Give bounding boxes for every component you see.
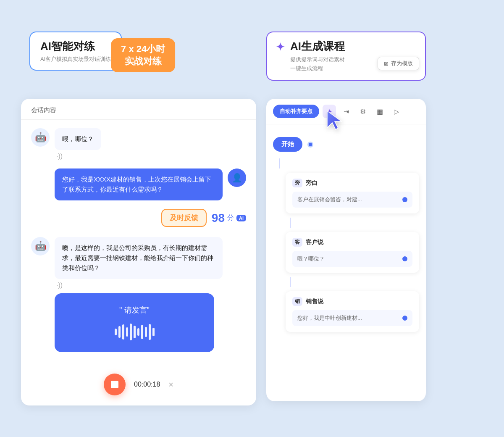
- ai-title-card: AI智能对练 AI客户模拟真实场景对话训练: [29, 32, 122, 71]
- wave-bar: [115, 329, 117, 335]
- start-label: 开始: [273, 137, 302, 152]
- wave-bar: [134, 326, 136, 338]
- flow-card-header3: 销 销售说: [292, 297, 412, 306]
- start-dot: [307, 142, 313, 147]
- connector-line2: [290, 218, 291, 228]
- right-panel: ✦ AI生成课程 提供提示词与对话素材一键生成流程 自动补齐要点 ✦ ⇥ ⚙ ▦…: [266, 32, 426, 401]
- flow-card-content3: 您好，我是中叶创新建材...: [292, 310, 412, 326]
- auto-fill-button[interactable]: 自动补齐要点: [273, 105, 319, 118]
- wave-bar: [130, 324, 132, 340]
- flow-content: 开始 旁 旁白 客户在展销会留咨，对建...: [266, 129, 426, 345]
- left-panel: AI智能对练 AI客户模拟真实场景对话训练 7 x 24小时实战对练 会话内容 …: [21, 32, 256, 405]
- connector-line3: [290, 277, 291, 287]
- wave-bar: [137, 328, 139, 336]
- play-button[interactable]: ▷: [390, 105, 403, 118]
- sales-icon: 销: [292, 297, 302, 306]
- robot-icon: 🤖: [35, 132, 46, 143]
- customer-label: 客户说: [306, 239, 323, 246]
- bubble-text-customer2: 噢，是这样的，我是公司的采购员，有长期的建材需求，最近需要一批钢铁建材，能给我介…: [55, 237, 223, 279]
- voice-input-box[interactable]: " 请发言": [55, 293, 214, 352]
- wave-bar: [126, 327, 128, 337]
- close-button[interactable]: ×: [168, 380, 173, 390]
- ai-course-card: ✦ AI生成课程 提供提示词与对话素材一键生成流程: [266, 32, 426, 81]
- chat-bottom: 00:00:18 ×: [21, 365, 256, 405]
- sound-indicator2: ·)): [55, 282, 223, 289]
- wave-bar: [149, 324, 151, 340]
- chat-header: 会话内容: [21, 99, 256, 120]
- customer-icon: 客: [292, 238, 302, 247]
- badge-247: 7 x 24小时实战对练: [111, 38, 175, 72]
- record-button[interactable]: [104, 374, 126, 395]
- sales-avatar-icon: 👤: [232, 173, 242, 183]
- chat-messages: 🤖 喂，哪位？ ·)) 👤 您好，我是XXXX建材的销售，上次您在展销会上留下了…: [21, 120, 256, 361]
- message-row: 🤖 喂，哪位？ ·)): [31, 128, 246, 160]
- flow-card-customer[interactable]: 客 客户说 喂？哪位？: [286, 232, 419, 273]
- wave-bar: [118, 326, 121, 338]
- ai-course-title: AI生成课程: [290, 39, 345, 54]
- sales-text: 您好，我是中叶创新建材...: [297, 314, 362, 322]
- avatar-sales: 👤: [228, 168, 246, 187]
- ai-course-text: AI生成课程 提供提示词与对话素材一键生成流程: [290, 39, 345, 73]
- flow-card-content: 客户在展销会留咨，对建...: [292, 192, 412, 208]
- score-number: 98: [212, 211, 225, 225]
- narration-icon: 旁: [292, 179, 302, 187]
- bubble-sales: 您好，我是XXXX建材的销售，上次您在展销会上留下了联系方式，你最近有什么需求吗…: [55, 168, 223, 200]
- customer-text: 喂？哪位？: [297, 255, 325, 263]
- wave-bar: [152, 328, 155, 336]
- message-row-sales: 👤 您好，我是XXXX建材的销售，上次您在展销会上留下了联系方式，你最近有什么需…: [31, 168, 246, 200]
- main-container: AI智能对练 AI客户模拟真实场景对话训练 7 x 24小时实战对练 会话内容 …: [21, 32, 483, 405]
- settings-button[interactable]: ⚙: [356, 105, 370, 118]
- bubble: 喂，哪位？ ·)): [55, 128, 101, 160]
- sparkle-icon: ✦: [276, 40, 285, 54]
- score-row: 及时反馈 98 分 AI: [31, 209, 246, 227]
- narration-text: 客户在展销会留咨，对建...: [297, 196, 362, 203]
- sound-indicator: ·)): [55, 153, 101, 160]
- start-node: 开始: [273, 137, 419, 152]
- flow-card-narration[interactable]: 旁 旁白 客户在展销会留咨，对建...: [286, 173, 419, 213]
- flow-card-header2: 客 客户说: [292, 238, 412, 247]
- robot-icon2: 🤖: [35, 241, 46, 252]
- chat-panel: 会话内容 🤖 喂，哪位？ ·)) 👤: [21, 99, 256, 405]
- svg-marker-0: [327, 111, 341, 129]
- avatar-customer2: 🤖: [31, 237, 50, 255]
- avatar-customer: 🤖: [31, 128, 50, 147]
- flow-panel: 自动补齐要点 ✦ ⇥ ⚙ ▦ ▷ ⊠ 存为模版: [266, 99, 426, 401]
- ai-tag: AI: [236, 215, 246, 221]
- node-dot2: [402, 256, 407, 261]
- connector-line1: [279, 158, 280, 168]
- ai-title: AI智能对练: [40, 39, 111, 54]
- voice-prompt: " 请发言": [65, 305, 204, 315]
- sales-label: 销售说: [306, 298, 323, 305]
- wave-bars: [65, 324, 204, 340]
- feedback-badge: 及时反馈: [161, 209, 207, 227]
- wave-bar: [141, 325, 143, 339]
- node-dot: [402, 197, 407, 202]
- wave-bar: [145, 327, 147, 337]
- cursor-arrow: [323, 108, 348, 134]
- timer-text: 00:00:18: [134, 381, 160, 388]
- bubble-text: 喂，哪位？: [55, 128, 101, 150]
- flow-card-content2: 喂？哪位？: [292, 251, 412, 267]
- ai-course-desc: 提供提示词与对话素材一键生成流程: [290, 55, 345, 73]
- grid-button[interactable]: ▦: [373, 105, 386, 118]
- record-icon: [111, 381, 118, 388]
- score-badge: 98 分 AI: [212, 211, 246, 225]
- ai-subtitle: AI客户模拟真实场景对话训练: [40, 55, 111, 63]
- wave-bar: [122, 324, 124, 340]
- narration-label: 旁白: [306, 179, 318, 187]
- flow-card-header: 旁 旁白: [292, 179, 412, 187]
- flow-card-sales[interactable]: 销 销售说 您好，我是中叶创新建材...: [286, 291, 419, 332]
- bubble-text-blue: 您好，我是XXXX建材的销售，上次您在展销会上留下了联系方式，你最近有什么需求吗…: [55, 168, 223, 200]
- score-unit: 分: [227, 213, 234, 222]
- message-row-customer2: 🤖 噢，是这样的，我是公司的采购员，有长期的建材需求，最近需要一批钢铁建材，能给…: [31, 237, 246, 352]
- node-dot3: [402, 316, 407, 321]
- bubble-customer2: 噢，是这样的，我是公司的采购员，有长期的建材需求，最近需要一批钢铁建材，能给我介…: [55, 237, 223, 352]
